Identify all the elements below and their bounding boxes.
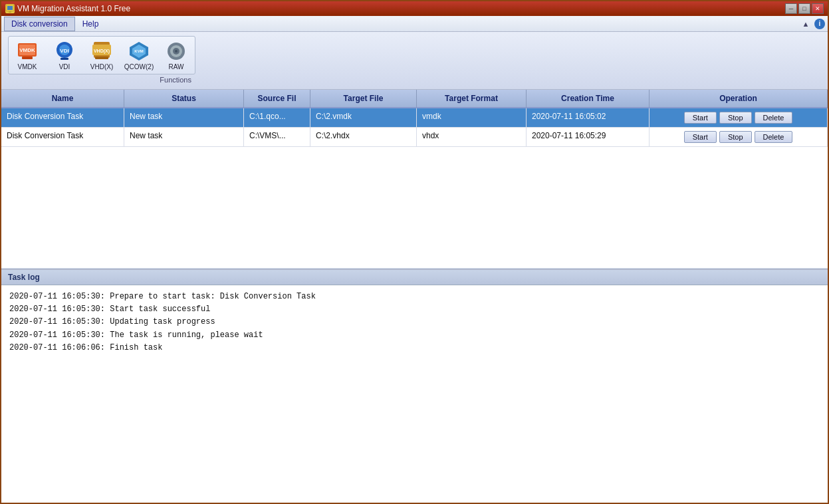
row1-stop-button[interactable]: Stop xyxy=(719,112,752,124)
row2-start-button[interactable]: Start xyxy=(684,131,717,143)
svg-rect-6 xyxy=(22,57,33,59)
log-line-3: 2020-07-11 16:05:30: Updating task progr… xyxy=(9,316,820,328)
raw-label: RAW xyxy=(169,63,184,70)
row1-operation: Start Stop Delete xyxy=(650,108,828,127)
main-content: Name Status Source Fil Target File Targe… xyxy=(1,90,828,504)
vmdk-icon: VMDK xyxy=(17,41,38,62)
table-row[interactable]: Disk Conversion Task New task C:\1.qco..… xyxy=(1,108,828,128)
qcow2-label: QCOW(2) xyxy=(124,63,154,70)
log-line-2: 2020-07-11 16:05:30: Start task successf… xyxy=(9,303,820,316)
row2-delete-button[interactable]: Delete xyxy=(755,131,793,143)
task-log-area: Task log 2020-07-11 16:05:30: Prepare to… xyxy=(1,269,828,504)
col-header-creation: Creation Time xyxy=(527,90,650,107)
row1-status: New task xyxy=(124,108,244,127)
app-icon xyxy=(5,4,15,13)
toolbar-btn-vhdx[interactable]: VHD(X) VHD(X) xyxy=(84,38,119,72)
vhdx-label: VHD(X) xyxy=(90,63,113,70)
col-header-name: Name xyxy=(1,90,124,107)
row1-start-button[interactable]: Start xyxy=(684,112,717,124)
info-icon[interactable]: i xyxy=(814,19,825,29)
menu-disk-conversion[interactable]: Disk conversion xyxy=(4,17,75,31)
qcow2-icon: KVM xyxy=(128,41,150,62)
row2-source: C:\VMS\... xyxy=(244,128,310,146)
svg-point-21 xyxy=(175,50,178,53)
toolbar: VMDK VMDK VDI VDI xyxy=(1,32,828,90)
row2-status: New task xyxy=(124,128,244,146)
log-line-4: 2020-07-11 16:05:30: The task is running… xyxy=(9,329,820,342)
row2-format: vhdx xyxy=(417,128,527,146)
raw-icon xyxy=(166,41,187,62)
vmdk-label: VMDK xyxy=(18,63,37,70)
svg-text:VMDK: VMDK xyxy=(19,47,35,53)
svg-rect-1 xyxy=(7,6,13,10)
toolbar-group-formats: VMDK VMDK VDI VDI xyxy=(8,36,195,74)
toolbar-btn-vdi[interactable]: VDI VDI xyxy=(47,38,82,72)
menu-items: Disk conversion Help xyxy=(4,17,106,31)
row1-delete-button[interactable]: Delete xyxy=(755,112,793,124)
svg-text:VDI: VDI xyxy=(60,48,68,54)
vhdx-icon: VHD(X) xyxy=(91,41,112,62)
table-body: Disk Conversion Task New task C:\1.qco..… xyxy=(1,108,828,268)
svg-rect-14 xyxy=(95,57,108,59)
table-row[interactable]: Disk Conversion Task New task C:\VMS\...… xyxy=(1,128,828,147)
minimize-button[interactable]: ─ xyxy=(785,3,797,14)
log-line-1: 2020-07-11 16:05:30: Prepare to start ta… xyxy=(9,291,820,303)
task-log-content[interactable]: 2020-07-11 16:05:30: Prepare to start ta… xyxy=(1,285,828,504)
menu-bar: Disk conversion Help ▲ i xyxy=(1,16,828,32)
scroll-up-icon[interactable]: ▲ xyxy=(800,18,812,30)
svg-text:VHD(X): VHD(X) xyxy=(94,49,110,54)
title-bar-controls: ─ □ ✕ xyxy=(785,3,824,14)
vdi-icon: VDI xyxy=(54,41,75,62)
row1-name: Disk Conversion Task xyxy=(1,108,124,127)
title-bar-left: VM Migration Assistant 1.0 Free xyxy=(5,4,130,13)
row2-operation: Start Stop Delete xyxy=(650,128,828,146)
row1-target: C:\2.vmdk xyxy=(310,108,417,127)
menu-right: ▲ i xyxy=(800,18,825,30)
col-header-format: Target Format xyxy=(417,90,527,107)
col-header-source: Source Fil xyxy=(244,90,310,107)
toolbar-btn-qcow2[interactable]: KVM QCOW(2) xyxy=(122,38,156,72)
log-line-5: 2020-07-11 16:06:06: Finish task xyxy=(9,342,820,354)
close-button[interactable]: ✕ xyxy=(812,3,824,14)
svg-text:KVM: KVM xyxy=(134,49,143,53)
svg-rect-10 xyxy=(60,58,68,60)
row2-target: C:\2.vhdx xyxy=(310,128,417,146)
title-bar-text: VM Migration Assistant 1.0 Free xyxy=(17,4,130,13)
row2-creation: 2020-07-11 16:05:29 xyxy=(527,128,650,146)
col-header-status: Status xyxy=(124,90,244,107)
toolbar-btn-raw[interactable]: RAW xyxy=(159,38,193,72)
vdi-label: VDI xyxy=(59,63,70,70)
maximize-button[interactable]: □ xyxy=(798,3,810,14)
row1-format: vmdk xyxy=(417,108,527,127)
title-bar: VM Migration Assistant 1.0 Free ─ □ ✕ xyxy=(1,1,828,16)
menu-help[interactable]: Help xyxy=(75,17,106,31)
row1-source: C:\1.qco... xyxy=(244,108,310,127)
col-header-operation: Operation xyxy=(650,90,828,107)
functions-label: Functions xyxy=(156,74,195,85)
task-table: Name Status Source Fil Target File Targe… xyxy=(1,90,828,269)
toolbar-btn-vmdk[interactable]: VMDK VMDK xyxy=(10,38,45,72)
row2-stop-button[interactable]: Stop xyxy=(719,131,752,143)
svg-rect-2 xyxy=(9,11,11,13)
task-log-header: Task log xyxy=(1,269,828,285)
row1-creation: 2020-07-11 16:05:02 xyxy=(527,108,650,127)
table-header: Name Status Source Fil Target File Targe… xyxy=(1,90,828,108)
col-header-target: Target File xyxy=(310,90,417,107)
row2-name: Disk Conversion Task xyxy=(1,128,124,146)
